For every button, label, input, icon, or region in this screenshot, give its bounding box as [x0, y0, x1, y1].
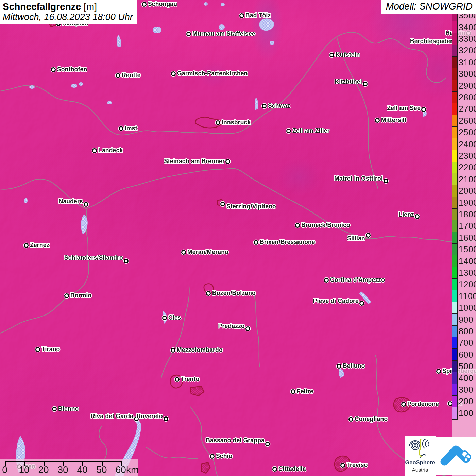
city-dot-predazzo	[245, 326, 250, 331]
city-dot-cittadella	[272, 467, 277, 472]
city-dot-zernez	[24, 243, 29, 248]
legend-color-step-1400	[452, 255, 457, 267]
city-dot-bienno	[52, 407, 57, 411]
city-label-mezzolombardo: Mezzolombardo	[177, 346, 223, 354]
city-dot-kitzb-hel	[363, 82, 368, 86]
city-label-mittersill: Mittersill	[381, 117, 406, 124]
city-label-belluno: Belluno	[343, 362, 365, 370]
city-label-sillian: Sillian	[347, 235, 365, 242]
city-dot-spilimbergo	[436, 369, 441, 374]
legend-color-step-2400	[452, 138, 457, 150]
model-label-panel: Modell: SNOWGRID	[381, 0, 476, 14]
legend-color-step-2500	[452, 127, 457, 138]
legend-value-2300: 2300	[459, 151, 476, 161]
city-dot-rovereto	[164, 417, 168, 421]
city-label-schwaz: Schwaz	[268, 102, 290, 109]
legend-value-3300: 3300	[459, 34, 476, 44]
city-label-berchtesgaden: Berchtesgaden	[410, 38, 454, 45]
legend-value-200: 200	[459, 396, 473, 406]
city-dot-reutte	[116, 73, 120, 78]
city-dot-sonthofen	[51, 67, 56, 72]
legend-value-1800: 1800	[459, 209, 476, 219]
city-label-bassano-del-grappa: Bassano del Grappa	[206, 437, 265, 444]
city-label-bormio: Bormio	[70, 292, 91, 299]
partner-logo-box	[436, 437, 476, 475]
city-label-trento: Trento	[181, 376, 200, 383]
legend-color-step-1600	[452, 232, 457, 243]
city-label-cortina-d-ampezzo: Cortina d'Ampezzo	[330, 276, 385, 284]
city-dot-cortina-d-ampezzo	[324, 278, 329, 283]
legend-color-step-2800	[452, 92, 457, 103]
legend-value-2800: 2800	[459, 92, 476, 102]
legend-color-step-2300	[452, 150, 457, 162]
legend-value-1400: 1400	[459, 256, 476, 266]
map-title-unit: [m]	[81, 1, 97, 12]
legend-color-step-2600	[452, 115, 457, 127]
legend-color-step-800	[452, 326, 457, 337]
geosphere-logo-text: GeoSphere	[405, 459, 436, 466]
city-label-pordenone: Pordenone	[407, 401, 439, 408]
legend-color-step-1300	[452, 267, 457, 279]
legend-color-step-2700	[452, 103, 457, 115]
legend-color-step-1200	[452, 279, 457, 290]
city-label-zell-am-ziller: Zell am Ziller	[292, 127, 330, 134]
city-label-sterzing-vipiteno: Sterzing/Vipiteno	[226, 203, 276, 210]
city-dot-feltre	[291, 389, 295, 394]
city-dot-schwaz	[262, 104, 267, 108]
map-title-quantity: Schneefallgrenze	[3, 1, 81, 12]
legend-value-2500: 2500	[459, 128, 476, 137]
city-label-landeck: Landeck	[98, 147, 123, 154]
legend-color-step-1000	[452, 302, 457, 314]
city-dot-schio	[210, 454, 215, 459]
legend-color-step-3100	[452, 57, 457, 68]
legend-value-2400: 2400	[459, 139, 476, 149]
legend-value-1600: 1600	[459, 233, 476, 242]
scalebar-label-50: 50	[96, 464, 107, 475]
map-valid-time: Mittwoch, 16.08.2023 18:00 Uhr	[3, 12, 133, 22]
city-dot-schongau	[142, 2, 147, 7]
legend-value-3400: 3400	[459, 22, 476, 32]
city-label-predazzo: Predazzo	[218, 323, 245, 330]
legend-value-2100: 2100	[459, 174, 476, 184]
map-title-panel: Schneefallgrenze [m] Mittwoch, 16.08.202…	[0, 0, 137, 24]
city-label-matrei-in-osttirol: Matrei in Osttirol	[334, 175, 383, 182]
city-label-schongau: Schongau	[148, 1, 177, 8]
city-label-feltre: Feltre	[297, 388, 313, 395]
legend-value-800: 800	[459, 326, 473, 336]
city-label-bienno: Bienno	[58, 405, 79, 412]
legend-color-step-2100	[452, 173, 457, 185]
city-dot-pordenone	[401, 402, 406, 407]
legend-value-3000: 3000	[459, 69, 476, 79]
city-label-bruneck-brunico: Bruneck/Brunico	[301, 222, 350, 229]
city-label-conegliano: Conegliano	[355, 415, 388, 423]
scalebar-label-10: 10	[19, 464, 29, 475]
city-dot-mezzolombardo	[171, 348, 175, 353]
scalebar-label-0: 0	[2, 464, 7, 475]
legend-color-step-700	[452, 337, 457, 349]
legend-value-900: 900	[459, 314, 473, 324]
city-dot-bad-t-lz	[239, 13, 244, 18]
legend-color-step-600	[452, 349, 457, 360]
city-dot-cles	[162, 316, 167, 320]
city-dot-belluno	[337, 364, 341, 369]
geosphere-logo-box: GeoSphere Austria	[405, 436, 436, 476]
city-dot-schlanders-silandro	[124, 259, 129, 264]
city-label-sonthofen: Sonthofen	[57, 66, 87, 73]
city-dot-nauders	[84, 202, 88, 207]
legend-value-2000: 2000	[459, 186, 476, 196]
city-label-zernez: Zernez	[30, 242, 50, 249]
legend-color-step-3200	[452, 45, 457, 56]
city-dot-bozen-bolzano	[206, 291, 211, 296]
legend-value-700: 700	[459, 338, 473, 348]
legend-color-step-900	[452, 314, 457, 325]
city-dot-imst	[119, 126, 123, 131]
city-dot-treviso	[340, 463, 345, 468]
model-label: Modell: SNOWGRID	[386, 1, 473, 12]
legend-value-300: 300	[459, 385, 473, 395]
legend-color-step-300	[452, 384, 457, 396]
snowfall-limit-map: SchongauBad TölzKemptenMurnau am Staffel…	[0, 0, 476, 476]
legend-color-step-400	[452, 372, 457, 384]
city-dot-sillian	[366, 233, 371, 238]
legend-value-2700: 2700	[459, 104, 476, 114]
legend-color-step-3400	[452, 21, 457, 33]
